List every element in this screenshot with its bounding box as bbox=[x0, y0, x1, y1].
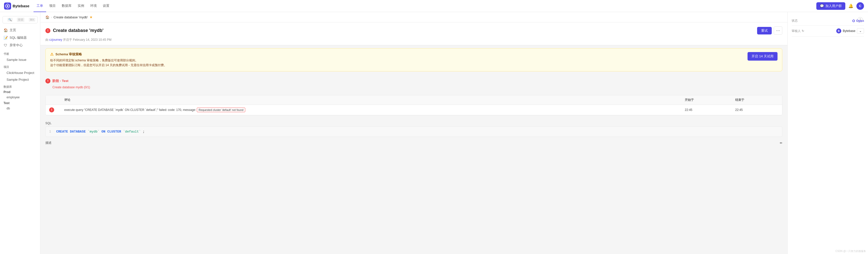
notification-bell-icon[interactable]: 🔔 bbox=[848, 3, 854, 8]
nav-item-项目[interactable]: 项目 bbox=[46, 0, 59, 12]
nav-item-工单[interactable]: 工单 bbox=[33, 0, 46, 12]
warning-line1: 给不同的环境定制 schema 审核策略，免费版仅可使用部分规则。 bbox=[50, 58, 744, 63]
logo[interactable]: Bytebase bbox=[4, 2, 30, 9]
header-actions: 重试 ⋯ bbox=[757, 26, 782, 35]
sql-editor-icon: 📝 bbox=[3, 36, 7, 40]
th-end: 结束于 bbox=[732, 95, 782, 105]
sidebar-db-employee[interactable]: employee bbox=[0, 94, 40, 100]
sql-cluster-id: `default` bbox=[123, 130, 141, 134]
reviewer-select[interactable]: ⌄ bbox=[857, 28, 864, 34]
sidebar-project-clickhouse[interactable]: ClickHouse Project bbox=[0, 69, 40, 76]
watermark: CSDN @一只努力的微服务 bbox=[836, 250, 866, 253]
bookmarks-label: 书签 bbox=[0, 50, 40, 56]
sql-label: SQL bbox=[45, 121, 782, 125]
sidebar-item-sql-editor[interactable]: 📝 SQL 编辑器 bbox=[0, 34, 40, 41]
topnav-right: 💬 加入用户群 🔔 C bbox=[816, 2, 864, 10]
stage-error-icon: ! bbox=[45, 78, 51, 83]
subtitle-date: February 14, 2023 10:45 PM bbox=[73, 38, 112, 41]
status-label: 状态 bbox=[792, 19, 798, 23]
reviewer-refresh-icon[interactable]: ↻ bbox=[802, 29, 804, 33]
nav-item-实例[interactable]: 实例 bbox=[74, 0, 87, 12]
more-button[interactable]: ⋯ bbox=[774, 26, 782, 35]
anomaly-icon: 🛡 bbox=[3, 43, 7, 47]
sidebar-item-anomaly-label: 异常中心 bbox=[9, 43, 23, 47]
project-sample-label: Sample Project bbox=[6, 78, 29, 81]
table-header: 评论 开始于 结束于 bbox=[45, 95, 782, 105]
help-icon[interactable]: ? bbox=[858, 17, 863, 23]
warning-content: ⚠ Schema 审核策略 给不同的环境定制 schema 审核策略，免费版仅可… bbox=[50, 52, 744, 68]
author-link[interactable]: czjourney bbox=[49, 38, 62, 41]
sidebar-bookmark-sample[interactable]: Sample Issue bbox=[0, 56, 40, 63]
th-empty bbox=[45, 95, 61, 105]
db-db-label: db bbox=[6, 107, 10, 110]
th-comment: 评论 bbox=[61, 95, 681, 105]
warning-title: ⚠ Schema 审核策略 bbox=[50, 52, 744, 57]
th-start: 开始于 bbox=[681, 95, 732, 105]
page-subtitle: 由 czjourney 开启于 February 14, 2023 10:45 … bbox=[40, 37, 787, 45]
reviewer-avatar: B bbox=[836, 28, 841, 33]
sidebar-item-home[interactable]: 🏠 主页 bbox=[0, 26, 40, 34]
error-indicator: ! bbox=[45, 28, 51, 33]
breadcrumb-home-icon[interactable]: 🏠 bbox=[45, 15, 50, 19]
logo-icon bbox=[4, 2, 11, 9]
search-placeholder: 搜索 bbox=[17, 17, 25, 22]
nav-items: 工单项目数据库实例环境设置 bbox=[33, 0, 113, 12]
nav-item-设置[interactable]: 设置 bbox=[100, 0, 113, 12]
page-title-row: ! Create database 'mydb' bbox=[45, 28, 103, 33]
nav-item-环境[interactable]: 环境 bbox=[87, 0, 100, 12]
breadcrumb-star[interactable]: ★ bbox=[90, 15, 93, 19]
reviewer-value: B Bytebase ⌄ bbox=[836, 28, 864, 34]
retry-button[interactable]: 重试 bbox=[757, 27, 772, 34]
search-icon: 🔍 bbox=[7, 18, 13, 22]
sidebar-project-sample[interactable]: Sample Project bbox=[0, 76, 40, 83]
nav-item-数据库[interactable]: 数据库 bbox=[59, 0, 74, 12]
page-header: ! Create database 'mydb' 重试 ⋯ bbox=[40, 23, 787, 37]
td-comment: execute query "CREATE DATABASE `mydb` ON… bbox=[61, 106, 681, 114]
bookmark-sample-label: Sample Issue bbox=[6, 58, 27, 62]
td-icon: ! bbox=[45, 105, 61, 115]
projects-label: 项目 bbox=[0, 63, 40, 69]
warning-banner: ⚠ Schema 审核策略 给不同的环境定制 schema 审核策略，免费版仅可… bbox=[45, 48, 782, 71]
td-end: 22:45 bbox=[732, 106, 782, 114]
home-icon: 🏠 bbox=[3, 28, 7, 32]
stage-title[interactable]: 阶段 - Test bbox=[53, 79, 68, 83]
stage-section: ! 阶段 - Test Create database mydb (0/1) bbox=[45, 78, 782, 89]
warning-icon: ⚠ bbox=[50, 52, 54, 57]
sidebar-item-sql-label: SQL 编辑器 bbox=[9, 35, 27, 40]
search-shortcut: ⌘K bbox=[29, 18, 35, 22]
breadcrumb-separator: › bbox=[51, 15, 52, 19]
topnav: Bytebase 工单项目数据库实例环境设置 💬 加入用户群 🔔 C bbox=[0, 0, 868, 12]
right-panel: 状态 Open 审核人 ↻ B Bytebase ⌄ bbox=[787, 12, 868, 254]
databases-label: 数据库 bbox=[0, 83, 40, 89]
search-bar[interactable]: 🔍 搜索 ⌘K bbox=[2, 16, 37, 24]
sidebar-item-anomaly[interactable]: 🛡 异常中心 bbox=[0, 41, 40, 49]
table-row: ! execute query "CREATE DATABASE `mydb` … bbox=[45, 105, 782, 115]
sidebar: 🔍 搜索 ⌘K 🏠 主页 📝 SQL 编辑器 🛡 异常中心 书签 Sample … bbox=[0, 12, 40, 254]
user-initial: C bbox=[859, 4, 861, 8]
desc-label-text: 描述 bbox=[45, 141, 52, 145]
comment-highlight: Requested cluster 'default' not found bbox=[197, 108, 245, 112]
user-avatar[interactable]: C bbox=[857, 2, 864, 10]
stage-header: ! 阶段 - Test bbox=[45, 78, 782, 83]
issue-table: 评论 开始于 结束于 ! execute query "CREATE DATAB… bbox=[45, 95, 782, 115]
content-area: 🏠 › Create database 'mydb' ★ ! Create da… bbox=[40, 12, 787, 254]
breadcrumb: 🏠 › Create database 'mydb' ★ bbox=[40, 12, 787, 23]
sql-line-number: 1 bbox=[49, 130, 53, 134]
warning-title-text: Schema 审核策略 bbox=[56, 52, 82, 57]
sql-kw-on: ON CLUSTER bbox=[101, 130, 121, 134]
join-icon: 💬 bbox=[820, 4, 824, 8]
logo-text: Bytebase bbox=[12, 4, 30, 8]
help-icon-text: ? bbox=[860, 18, 861, 22]
db-group-test: Test bbox=[0, 100, 40, 105]
status-dot bbox=[852, 20, 855, 22]
sql-code-content: CREATE DATABASE `mydb` ON CLUSTER `defau… bbox=[56, 130, 145, 134]
trial-button[interactable]: 开启 14 天试用 bbox=[747, 52, 777, 61]
sql-identifier: `mydb` bbox=[88, 130, 99, 134]
sidebar-db-db[interactable]: db bbox=[0, 105, 40, 111]
join-label: 加入用户群 bbox=[826, 4, 842, 8]
reviewer-name: Bytebase bbox=[843, 29, 856, 33]
sql-section: SQL 1 CREATE DATABASE `mydb` ON CLUSTER … bbox=[45, 121, 782, 137]
edit-description-icon[interactable]: ✏ bbox=[780, 141, 782, 145]
join-usergroup-button[interactable]: 💬 加入用户群 bbox=[816, 2, 845, 10]
sql-kw-create: CREATE DATABASE bbox=[56, 130, 86, 134]
